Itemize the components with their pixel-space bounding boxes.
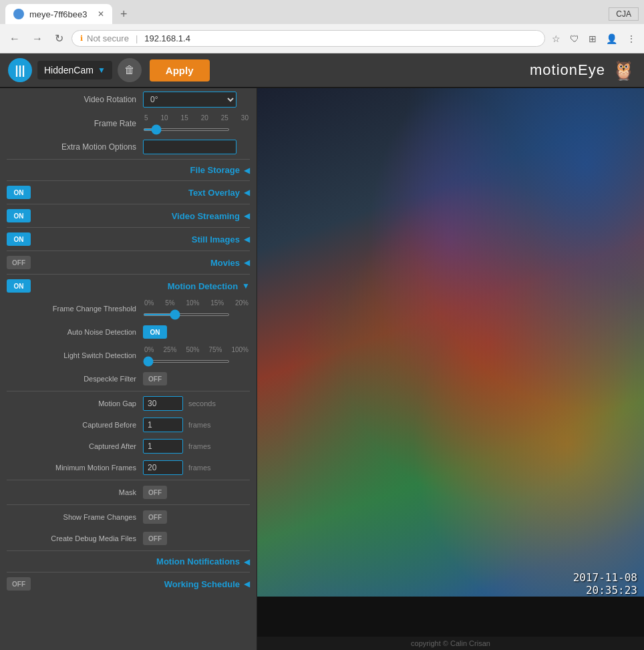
despeckle-label: Despeckle Filter [7, 375, 143, 383]
min-motion-frames-input[interactable] [143, 460, 183, 475]
captured-before-row: Captured Before frames [0, 414, 257, 436]
captured-before-input[interactable] [143, 418, 183, 432]
apply-button[interactable]: Apply [150, 59, 210, 82]
movies-label: Movies [210, 258, 240, 268]
mask-toggle[interactable]: OFF [143, 486, 167, 499]
tab-close-button[interactable]: ✕ [98, 9, 104, 19]
video-rotation-label: Video Rotation [7, 95, 143, 104]
frame-rate-ticks: 5 10 15 20 25 30 [143, 114, 250, 122]
frame-rate-slider[interactable] [143, 128, 230, 131]
despeckle-row: Despeckle Filter OFF [0, 368, 257, 389]
motion-detection-toggle[interactable]: ON [7, 279, 31, 293]
divider-5 [7, 251, 250, 251]
tab-title: meye-7ff6bee3 [29, 9, 88, 19]
mask-label: Mask [7, 488, 143, 496]
motion-detection-arrow: ▼ [242, 281, 250, 291]
video-streaming-toggle[interactable]: ON [7, 209, 31, 222]
movies-row: OFF Movies ◀ [0, 253, 257, 273]
user-icon[interactable]: 👤 [603, 32, 620, 45]
min-motion-frames-control: frames [143, 460, 250, 475]
auto-noise-label: Auto Noise Detection [7, 328, 143, 336]
nav-bar: ← → ↻ ℹ Not secure | 192.168.1.4 ☆ 🛡 ⊞ 👤… [0, 24, 644, 53]
still-images-toggle[interactable]: ON [7, 232, 31, 246]
extension-icon[interactable]: ⊞ [586, 32, 599, 45]
create-debug-toggle[interactable]: OFF [143, 532, 167, 545]
video-streaming-row: ON Video Streaming ◀ [0, 206, 257, 226]
menu-icon[interactable]: ⋮ [624, 32, 639, 45]
still-images-label: Still Images [192, 234, 240, 245]
divider-11 [7, 572, 250, 573]
working-schedule-row: OFF Working Schedule ◀ [0, 574, 257, 594]
divider-9 [7, 504, 250, 505]
file-storage-label: File Storage [190, 165, 240, 175]
still-images-row: ON Still Images ◀ [0, 229, 257, 249]
movies-toggle[interactable]: OFF [7, 256, 31, 269]
motion-detection-label: Motion Detection [168, 281, 238, 291]
address-bar[interactable]: ℹ Not secure | 192.168.1.4 [71, 30, 545, 47]
motion-gap-input-row: seconds [143, 396, 250, 411]
browser-tab[interactable]: meye-7ff6bee3 ✕ [5, 4, 112, 24]
working-schedule-toggle[interactable]: OFF [7, 577, 31, 591]
motion-detection-content: Frame Change Threshold 0% 5% 10% 15% 20%… [0, 296, 257, 549]
camera-select[interactable]: HiddenCam ▼ [37, 61, 112, 79]
extra-motion-control [143, 140, 250, 154]
camera-dropdown-arrow: ▼ [98, 65, 106, 75]
light-switch-control: 0% 25% 50% 75% 100% [143, 346, 250, 365]
sidebar: Video Rotation 0° 90° 180° 270° Frame Ra… [0, 88, 257, 650]
window-control-box: CJA [609, 7, 639, 21]
captured-after-input[interactable] [143, 439, 183, 454]
despeckle-toggle[interactable]: OFF [143, 372, 167, 385]
video-rotation-select[interactable]: 0° 90° 180° 270° [143, 92, 236, 108]
captured-after-control: frames [143, 439, 250, 454]
show-frame-changes-control: OFF [143, 510, 250, 524]
video-rotation-row: Video Rotation 0° 90° 180° 270° [0, 88, 257, 111]
file-storage-header[interactable]: File Storage ◀ [0, 161, 257, 179]
address-text: 192.168.1.4 [144, 33, 190, 43]
motion-notifications-header[interactable]: Motion Notifications ◀ [0, 552, 257, 571]
captured-before-label: Captured Before [7, 421, 143, 429]
tab-bar: meye-7ff6bee3 ✕ + CJA [0, 0, 644, 24]
light-switch-slider[interactable] [143, 360, 230, 363]
divider-1 [7, 159, 250, 160]
app-logo: ||| [8, 58, 32, 82]
min-motion-frames-unit: frames [188, 464, 211, 472]
frame-change-label: Frame Change Threshold [7, 305, 143, 313]
text-overlay-toggle[interactable]: ON [7, 186, 31, 199]
forward-button[interactable]: → [28, 31, 47, 46]
motion-gap-label: Motion Gap [7, 399, 143, 408]
divider-6 [7, 274, 250, 275]
bookmark-star-icon[interactable]: ☆ [549, 32, 563, 45]
new-tab-button[interactable]: + [115, 7, 133, 21]
auto-noise-toggle[interactable]: ON [143, 325, 167, 339]
camera-background [257, 88, 644, 650]
extra-motion-label: Extra Motion Options [7, 142, 143, 152]
security-icon: ℹ [80, 34, 83, 43]
light-switch-ticks: 0% 25% 50% 75% 100% [143, 346, 250, 353]
frame-change-row: Frame Change Threshold 0% 5% 10% 15% 20%… [0, 296, 257, 321]
nav-icon-group: ☆ 🛡 ⊞ 👤 ⋮ [549, 32, 639, 45]
app-title: motionEye 🦉 [530, 59, 636, 82]
captured-after-unit: frames [188, 442, 211, 450]
light-switch-label: Light Switch Detection [7, 351, 143, 359]
motion-gap-row: Motion Gap seconds [0, 393, 257, 414]
divider-8 [7, 480, 250, 480]
frame-change-ticks: 0% 5% 10% 15% 20% [143, 299, 250, 307]
min-motion-frames-input-row: frames [143, 460, 250, 475]
file-storage-arrow: ◀ [244, 166, 250, 175]
delete-camera-button[interactable]: 🗑 [118, 58, 142, 82]
back-button[interactable]: ← [5, 31, 24, 46]
camera-footer: copyright © Calin Crisan [257, 637, 644, 650]
camera-timestamp: 2017-11-08 20:35:23 [573, 571, 637, 597]
show-frame-changes-toggle[interactable]: OFF [143, 510, 167, 524]
app-header: ||| HiddenCam ▼ 🗑 Apply motionEye 🦉 [0, 53, 644, 88]
captured-after-label: Captured After [7, 442, 143, 450]
extra-motion-input[interactable] [143, 140, 236, 154]
mask-row: Mask OFF [0, 482, 257, 503]
shield-icon[interactable]: 🛡 [567, 32, 582, 45]
reload-button[interactable]: ↻ [51, 31, 67, 46]
camera-feed: 2017-11-08 20:35:23 copyright © Calin Cr… [257, 88, 644, 650]
motion-gap-input[interactable] [143, 396, 183, 411]
captured-after-row: Captured After frames [0, 436, 257, 457]
captured-before-input-row: frames [143, 418, 250, 432]
frame-change-slider[interactable] [143, 313, 230, 316]
